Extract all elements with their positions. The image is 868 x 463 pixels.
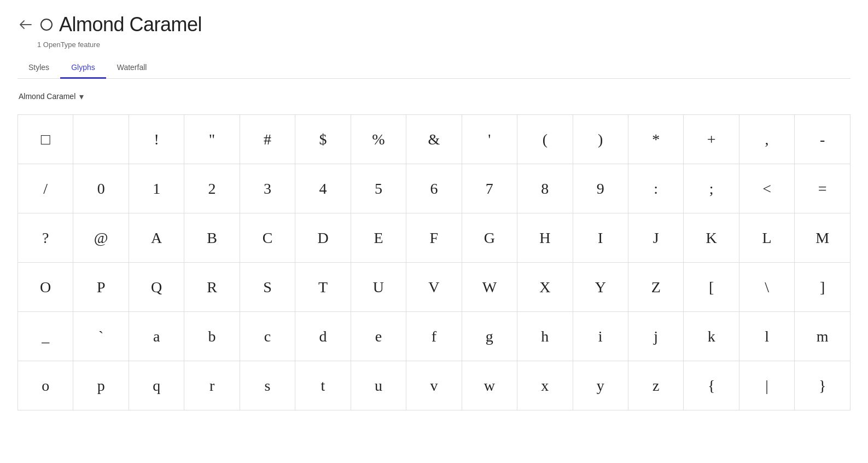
- glyph-cell[interactable]: I: [573, 213, 628, 263]
- glyph-cell[interactable]: 0: [73, 164, 129, 213]
- glyph-cell[interactable]: T: [295, 263, 351, 312]
- glyph-cell[interactable]: s: [240, 361, 295, 410]
- glyph-cell[interactable]: \: [739, 263, 794, 312]
- glyph-cell[interactable]: [: [684, 263, 739, 312]
- glyph-cell[interactable]: l: [739, 312, 794, 361]
- glyph-cell[interactable]: [73, 115, 129, 164]
- glyph-cell[interactable]: ]: [795, 263, 850, 312]
- glyph-cell[interactable]: 6: [406, 164, 462, 213]
- glyph-cell[interactable]: G: [462, 213, 517, 263]
- back-button[interactable]: [18, 18, 34, 31]
- glyph-cell[interactable]: 5: [351, 164, 406, 213]
- glyph-cell[interactable]: x: [517, 361, 573, 410]
- glyph-cell[interactable]: |: [739, 361, 794, 410]
- glyph-cell[interactable]: J: [628, 213, 683, 263]
- glyph-cell[interactable]: v: [406, 361, 462, 410]
- glyph-cell[interactable]: P: [73, 263, 129, 312]
- glyph-cell[interactable]: p: [73, 361, 129, 410]
- font-title: Almond Caramel: [59, 13, 202, 36]
- glyph-cell[interactable]: $: [295, 115, 351, 164]
- glyph-cell[interactable]: 2: [184, 164, 240, 213]
- glyph-cell[interactable]: &: [406, 115, 462, 164]
- glyph-cell[interactable]: ?: [18, 213, 73, 263]
- glyph-cell[interactable]: X: [517, 263, 573, 312]
- glyph-cell[interactable]: i: [573, 312, 628, 361]
- glyph-cell[interactable]: E: [351, 213, 406, 263]
- glyph-cell[interactable]: b: [184, 312, 240, 361]
- glyph-cell[interactable]: ): [573, 115, 628, 164]
- glyph-cell[interactable]: H: [517, 213, 573, 263]
- glyph-cell[interactable]: Y: [573, 263, 628, 312]
- glyph-cell[interactable]: z: [628, 361, 683, 410]
- glyph-cell[interactable]: Q: [129, 263, 184, 312]
- glyph-cell[interactable]: ": [184, 115, 240, 164]
- glyph-cell[interactable]: :: [628, 164, 683, 213]
- glyph-cell[interactable]: □: [18, 115, 73, 164]
- tab-glyphs[interactable]: Glyphs: [60, 57, 106, 79]
- glyph-cell[interactable]: +: [684, 115, 739, 164]
- glyph-cell[interactable]: C: [240, 213, 295, 263]
- glyph-cell[interactable]: g: [462, 312, 517, 361]
- opentype-info: 1 OpenType feature: [37, 40, 850, 49]
- glyph-cell[interactable]: e: [351, 312, 406, 361]
- glyph-cell[interactable]: 4: [295, 164, 351, 213]
- glyph-cell[interactable]: V: [406, 263, 462, 312]
- glyph-cell[interactable]: 9: [573, 164, 628, 213]
- glyph-cell[interactable]: c: [240, 312, 295, 361]
- glyph-cell[interactable]: q: [129, 361, 184, 410]
- glyph-cell[interactable]: ;: [684, 164, 739, 213]
- glyph-cell[interactable]: <: [739, 164, 794, 213]
- font-circle-icon: [40, 19, 53, 31]
- glyph-cell[interactable]: k: [684, 312, 739, 361]
- glyph-cell[interactable]: w: [462, 361, 517, 410]
- glyph-cell[interactable]: *: [628, 115, 683, 164]
- glyph-cell[interactable]: S: [240, 263, 295, 312]
- glyph-cell[interactable]: {: [684, 361, 739, 410]
- glyph-cell[interactable]: u: [351, 361, 406, 410]
- glyph-cell[interactable]: %: [351, 115, 406, 164]
- glyph-cell[interactable]: A: [129, 213, 184, 263]
- glyph-cell[interactable]: _: [18, 312, 73, 361]
- glyph-cell[interactable]: }: [795, 361, 850, 410]
- glyph-cell[interactable]: f: [406, 312, 462, 361]
- glyph-cell[interactable]: o: [18, 361, 73, 410]
- glyph-cell[interactable]: ': [462, 115, 517, 164]
- glyph-cell[interactable]: D: [295, 213, 351, 263]
- glyph-cell[interactable]: -: [795, 115, 850, 164]
- glyph-cell[interactable]: h: [517, 312, 573, 361]
- glyph-cell[interactable]: L: [739, 213, 794, 263]
- glyph-cell[interactable]: 7: [462, 164, 517, 213]
- glyph-cell[interactable]: t: [295, 361, 351, 410]
- glyph-cell[interactable]: B: [184, 213, 240, 263]
- glyph-cell[interactable]: /: [18, 164, 73, 213]
- glyph-cell[interactable]: K: [684, 213, 739, 263]
- glyph-cell[interactable]: @: [73, 213, 129, 263]
- glyph-cell[interactable]: 8: [517, 164, 573, 213]
- glyph-cell[interactable]: r: [184, 361, 240, 410]
- glyph-cell[interactable]: M: [795, 213, 850, 263]
- glyph-cell[interactable]: `: [73, 312, 129, 361]
- glyph-cell[interactable]: 1: [129, 164, 184, 213]
- glyph-cell[interactable]: (: [517, 115, 573, 164]
- glyph-cell[interactable]: F: [406, 213, 462, 263]
- font-variant-select[interactable]: Almond Caramel: [18, 90, 77, 103]
- tab-waterfall[interactable]: Waterfall: [106, 57, 158, 79]
- glyph-cell[interactable]: d: [295, 312, 351, 361]
- glyph-cell[interactable]: Z: [628, 263, 683, 312]
- font-select-wrapper: Almond Caramel ▾: [18, 90, 84, 103]
- glyph-cell[interactable]: =: [795, 164, 850, 213]
- glyph-cell[interactable]: U: [351, 263, 406, 312]
- glyph-cell[interactable]: a: [129, 312, 184, 361]
- glyph-cell[interactable]: m: [795, 312, 850, 361]
- glyph-cell[interactable]: W: [462, 263, 517, 312]
- tab-styles[interactable]: Styles: [18, 57, 60, 79]
- glyph-cell[interactable]: j: [628, 312, 683, 361]
- glyph-cell[interactable]: ,: [739, 115, 794, 164]
- glyph-cell[interactable]: #: [240, 115, 295, 164]
- glyph-cell[interactable]: 3: [240, 164, 295, 213]
- glyph-cell[interactable]: O: [18, 263, 73, 312]
- tabs-row: Styles Glyphs Waterfall: [18, 57, 850, 79]
- glyph-cell[interactable]: R: [184, 263, 240, 312]
- glyph-cell[interactable]: !: [129, 115, 184, 164]
- glyph-cell[interactable]: y: [573, 361, 628, 410]
